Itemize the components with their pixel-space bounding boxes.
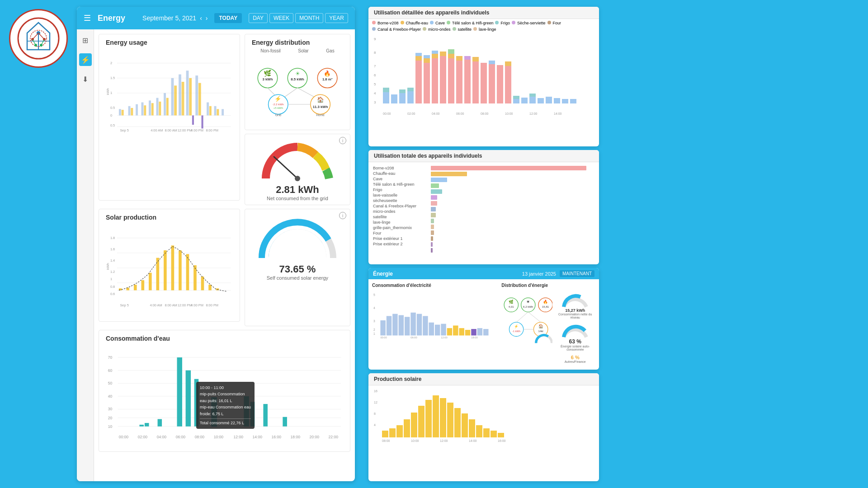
week-btn[interactable]: WEEK <box>269 13 293 23</box>
svg-text:☀: ☀ <box>526 300 530 304</box>
svg-rect-53 <box>222 109 224 115</box>
energie-card: Énergie 13 janvier 2025 MAINTENANT Conso… <box>368 268 599 370</box>
item-cave: Cave <box>373 177 427 181</box>
legend-chauffe: Chauffe-eau <box>401 21 428 25</box>
svg-rect-29 <box>131 108 133 116</box>
svg-text:14:00: 14:00 <box>469 439 477 442</box>
svg-text:12: 12 <box>374 401 377 404</box>
date-nav: September 5, 2021 ‹ › <box>142 14 208 22</box>
month-btn[interactable]: MONTH <box>295 13 323 23</box>
svg-text:1: 1 <box>110 277 112 281</box>
svg-rect-265 <box>411 413 417 437</box>
svg-rect-217 <box>380 320 385 335</box>
svg-rect-221 <box>405 317 410 335</box>
svg-text:Grid: Grid <box>275 113 281 117</box>
sidebar-icon-bolt[interactable]: ⚡ <box>79 53 92 66</box>
svg-text:00:00: 00:00 <box>380 336 387 339</box>
svg-text:8:00 AM: 8:00 AM <box>165 128 177 132</box>
svg-rect-188 <box>481 63 487 103</box>
svg-rect-273 <box>469 419 475 437</box>
svg-rect-262 <box>389 428 396 437</box>
svg-rect-33 <box>149 100 151 115</box>
svg-rect-30 <box>136 104 138 116</box>
svg-rect-108 <box>201 277 204 291</box>
svg-rect-274 <box>476 425 482 437</box>
prev-date-btn[interactable]: ‹ <box>200 14 202 22</box>
panel-header: ☰ Energy September 5, 2021 ‹ › TODAY DAY… <box>77 7 355 29</box>
bar-borne <box>431 166 586 170</box>
svg-text:12:00: 12:00 <box>440 439 448 442</box>
solar-prod-right-header: Production solaire <box>368 373 599 385</box>
small-solar-gauge: 63 % Énergie solaire auto-consommée <box>555 323 595 351</box>
svg-rect-264 <box>404 419 410 437</box>
svg-text:10:00: 10:00 <box>214 435 224 439</box>
conso-svg: 5 4 3 2 1 <box>372 290 494 340</box>
svg-text:02:00: 02:00 <box>138 435 148 439</box>
svg-rect-161 <box>383 92 389 103</box>
today-button[interactable]: TODAY <box>214 13 242 23</box>
bar-four <box>431 236 433 241</box>
svg-line-82 <box>274 157 297 178</box>
svg-text:Home: Home <box>316 113 325 117</box>
svg-rect-107 <box>193 265 197 290</box>
year-btn[interactable]: YEAR <box>325 13 348 23</box>
dist-section: Distribution d'énergie 🌿 4,01 ☀ 6,2 kWh … <box>498 279 599 367</box>
bar-micro <box>431 213 436 217</box>
svg-text:2: 2 <box>373 328 375 331</box>
svg-rect-196 <box>521 98 528 103</box>
svg-rect-182 <box>456 61 462 103</box>
hamburger-icon[interactable]: ☰ <box>84 13 91 23</box>
maintenant-btn[interactable]: MAINTENANT <box>560 270 594 277</box>
svg-text:5: 5 <box>374 82 376 86</box>
solar-gauge-info[interactable]: i <box>339 212 346 219</box>
bar-prise2 <box>431 248 433 253</box>
item-lavevaiss: lave-vaisselle <box>373 193 427 197</box>
svg-rect-27 <box>122 110 124 115</box>
svg-text:4:00 AM: 4:00 AM <box>150 303 162 307</box>
svg-text:kWh: kWh <box>106 263 110 270</box>
item-chauffe: Chauffe-eau <box>373 171 427 176</box>
svg-text:10: 10 <box>108 424 113 429</box>
svg-rect-198 <box>529 94 536 97</box>
legend-row: Borne-v208 Chauffe-eau Cave Télé salon &… <box>368 19 599 33</box>
svg-text:40: 40 <box>108 394 113 399</box>
svg-text:Sep 5: Sep 5 <box>120 128 128 132</box>
svg-text:4: 4 <box>374 423 376 427</box>
svg-rect-192 <box>505 66 511 103</box>
grid-gauge-info[interactable]: i <box>339 137 346 144</box>
top-row: Energy usage 2 1.5 1 0.5 0 0.5 kWh <box>99 34 350 205</box>
next-date-btn[interactable]: › <box>206 14 208 22</box>
grid-gauge-svg <box>257 138 338 183</box>
svg-rect-169 <box>415 56 422 61</box>
item-lave: lave-linge <box>373 220 427 225</box>
solar-gauge-value: 73.65 % <box>279 263 316 275</box>
svg-rect-34 <box>151 103 154 115</box>
legend-frigo: Frigo <box>495 21 510 25</box>
svg-text:08:00: 08:00 <box>195 435 205 439</box>
water-chart-svg: 70 60 50 40 30 20 10 <box>106 346 343 445</box>
day-btn[interactable]: DAY <box>249 13 268 23</box>
svg-rect-39 <box>171 78 174 116</box>
svg-rect-162 <box>383 88 389 92</box>
svg-rect-220 <box>399 315 404 336</box>
detailed-usage-header: Utilisation détaillée des appareils indi… <box>368 7 599 19</box>
svg-text:0.6: 0.6 <box>110 292 115 296</box>
svg-text:4:00 AM: 4:00 AM <box>151 128 163 132</box>
svg-rect-140 <box>263 404 268 427</box>
svg-rect-166 <box>407 91 414 103</box>
svg-rect-228 <box>447 328 452 335</box>
sidebar-icon-download[interactable]: ⬇ <box>79 73 92 85</box>
svg-text:18:00: 18:00 <box>291 435 301 439</box>
bar-frigo <box>431 189 442 194</box>
svg-rect-186 <box>472 61 479 103</box>
svg-rect-105 <box>179 250 182 290</box>
sidebar-icon-grid[interactable]: ⊞ <box>79 34 92 47</box>
svg-rect-106 <box>186 254 189 290</box>
dist-diagram: 🌿 4,01 ☀ 6,2 kWh 🔥 15,81 ⚡ -1 kWh <box>501 290 595 363</box>
legend-lave: lave-linge <box>473 27 496 32</box>
bar-cave <box>431 178 447 182</box>
right-panels: Utilisation détaillée des appareils indi… <box>368 7 599 481</box>
total-usage-header: Utilisation totale des appareils individ… <box>368 150 599 162</box>
svg-rect-176 <box>432 51 438 54</box>
water-title: Consommation d'eau <box>106 335 343 342</box>
